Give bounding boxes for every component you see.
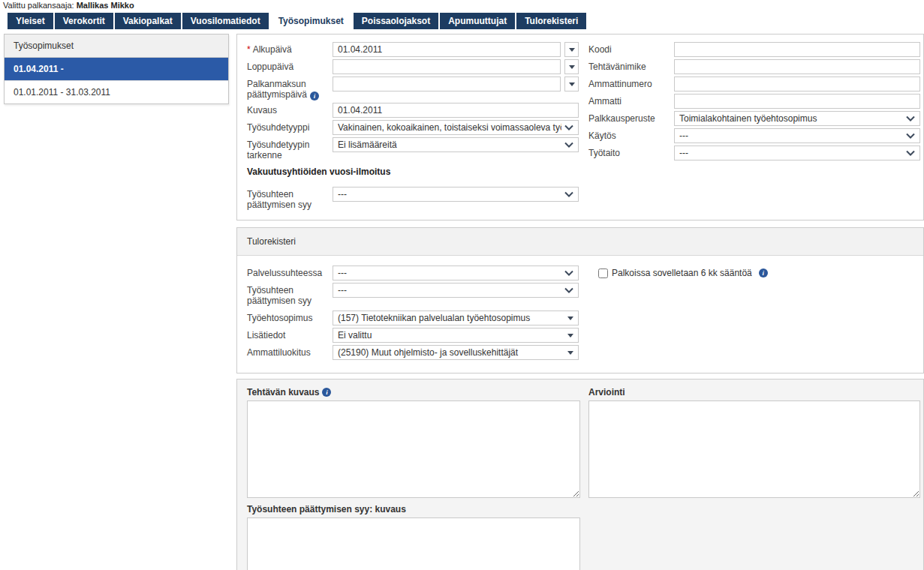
kaytos-label: Käytös (588, 128, 674, 143)
tyosuhteen-paattymisen-syy-label: Työsuhteen päättymisen syy (247, 187, 333, 210)
dropdown-triangle-icon (567, 316, 573, 320)
tyotaito-row: Työtaito --- (588, 146, 920, 160)
six-month-rule-label: Palkoissa sovelletaan 6 kk sääntöä (612, 268, 752, 278)
kuvaus-row: Kuvaus (247, 103, 579, 118)
loppupaiva-label: Loppupäivä (247, 59, 333, 74)
tulorekisteri-panel: Tulorekisteri Palvelussuhteessa --- Työs… (236, 227, 924, 374)
tab-työsopimukset[interactable]: Työsopimukset (270, 13, 352, 29)
required-asterisk: * (247, 44, 251, 55)
dropdown-triangle-icon (567, 334, 573, 338)
tyoehtosopimus-label: Työehtosopimus (247, 310, 333, 326)
tyoehtosopimus-row: Työehtosopimus (157) Tietotekniikan palv… (247, 310, 579, 326)
contract-list-item-01.04.2011-[interactable]: 01.04.2011 - (5, 58, 228, 81)
loppupaiva-calendar-button[interactable] (564, 59, 579, 74)
loppupaiva-row: Loppupäivä (247, 59, 579, 74)
chevron-down-icon (564, 142, 573, 148)
six-month-rule-checkbox[interactable] (598, 268, 608, 278)
ammattiluokitus-combobox[interactable]: (25190) Muut ohjelmisto- ja sovelluskehi… (333, 345, 579, 360)
tehtavanimike-row: Tehtävänimike (588, 59, 920, 74)
ammattiluokitus-label: Ammattiluokitus (247, 345, 333, 360)
koodi-label: Koodi (588, 42, 674, 57)
tyosuhdetyypin-tarkenne-label: Työsuhdetyypin tarkenne (247, 137, 333, 160)
selected-employee-name: Mallikas Mikko (77, 1, 134, 10)
alkupaiva-row: *Alkupäivä (247, 42, 579, 57)
tab-verokortit[interactable]: Verokortit (55, 13, 113, 29)
dropdown-triangle-icon (567, 351, 573, 355)
tyotaito-select[interactable]: --- (674, 146, 920, 160)
info-icon[interactable]: i (310, 92, 319, 100)
selected-employee-prefix: Valittu palkansaaja: (3, 1, 74, 10)
palvelussuhteessa-select[interactable]: --- (333, 266, 579, 280)
tehtavan-kuvaus-label: Tehtävän kuvausi (247, 387, 580, 398)
chevron-down-icon (564, 124, 573, 130)
tyosuhteen-paattymisen-syy-row: Työsuhteen päättymisen syy --- (247, 187, 579, 210)
selected-employee-title: Valittu palkansaaja: Mallikas Mikko (3, 1, 134, 10)
palkkausperuste-row: Palkkausperuste Toimialakohtainen työeht… (588, 111, 920, 126)
chevron-down-icon (906, 150, 915, 156)
alkupaiva-label: *Alkupäivä (247, 42, 333, 57)
tulo-paattymisen-syy-select[interactable]: --- (333, 283, 579, 298)
descriptions-panel: Tehtävän kuvausi Työsuhteen päättymisen … (236, 379, 924, 570)
paattymisen-syy-kuvaus-label: Työsuhteen päättymisen syy: kuvaus (247, 504, 580, 514)
tab-bar: YleisetVerokortitVakiopalkatVuosilomatie… (8, 13, 586, 29)
chevron-down-icon (564, 191, 573, 197)
ammatti-row: Ammatti (588, 94, 920, 109)
contract-list-item-01.01.2011-31.03.2011[interactable]: 01.01.2011 - 31.03.2011 (5, 81, 228, 104)
chevron-down-icon (906, 133, 915, 139)
lisatiedot-row: Lisätiedot Ei valittu (247, 328, 579, 343)
ammattinumero-input[interactable] (674, 76, 920, 92)
paattymisen-syy-kuvaus-textarea[interactable] (247, 518, 580, 570)
tehtavan-kuvaus-textarea[interactable] (247, 400, 580, 498)
tulo-paattymisen-syy-row: Työsuhteen päättymisen syy --- (247, 283, 579, 306)
info-icon[interactable]: i (322, 388, 331, 397)
loppupaiva-input[interactable] (333, 59, 561, 74)
tehtavanimike-input[interactable] (674, 59, 920, 74)
tab-vakiopalkat[interactable]: Vakiopalkat (115, 13, 181, 29)
lisatiedot-label: Lisätiedot (247, 328, 333, 343)
palkkausperuste-select[interactable]: Toimialakohtainen työehtosopimus (674, 111, 920, 126)
koodi-input[interactable] (674, 42, 920, 57)
palkanmaksun-paattymispaiva-label: Palkanmaksun päättymispäiväi (247, 76, 333, 100)
palkanmaksun-paattymispaiva-row: Palkanmaksun päättymispäiväi (247, 76, 579, 100)
contract-right-column: Koodi Tehtävänimike Ammattinumero Ammatt… (588, 42, 920, 163)
tyosuhdetyyppi-select[interactable]: Vakinainen, kokoaikainen, toistaiseksi v… (333, 120, 579, 135)
contract-details-panel: *Alkupäivä Loppupäivä Palkanmaksun päätt… (236, 34, 924, 220)
info-icon[interactable]: i (759, 268, 768, 278)
ammatti-input[interactable] (674, 94, 920, 109)
descriptions-right-column: Arviointi (588, 387, 920, 498)
koodi-row: Koodi (588, 42, 920, 57)
ammattinumero-label: Ammattinumero (588, 76, 674, 92)
tyosuhdetyypin-tarkenne-select[interactable]: Ei lisämääreitä (333, 137, 579, 152)
kaytos-row: Käytös --- (588, 128, 920, 143)
chevron-down-icon (906, 116, 915, 122)
dropdown-triangle-icon (569, 65, 575, 69)
tab-vuosilomatiedot[interactable]: Vuosilomatiedot (182, 13, 269, 29)
tyosuhteen-paattymisen-syy-select[interactable]: --- (333, 187, 579, 202)
tulorekisteri-heading: Tulorekisteri (237, 228, 923, 256)
tyosuhdetyyppi-label: Työsuhdetyyppi (247, 120, 333, 135)
tulo-paattymisen-syy-label: Työsuhteen päättymisen syy (247, 283, 333, 306)
tyosuhdetyyppi-row: Työsuhdetyyppi Vakinainen, kokoaikainen,… (247, 120, 579, 135)
kaytos-select[interactable]: --- (674, 128, 920, 143)
tab-poissaolojaksot[interactable]: Poissaolojaksot (354, 13, 438, 29)
kuvaus-label: Kuvaus (247, 103, 333, 118)
arviointi-label: Arviointi (588, 387, 920, 398)
tab-apumuuttujat[interactable]: Apumuuttujat (440, 13, 515, 29)
palkanmaksun-paattymispaiva-input[interactable] (333, 76, 561, 92)
contract-left-column: *Alkupäivä Loppupäivä Palkanmaksun päätt… (247, 42, 579, 212)
tulorekisteri-body: Palvelussuhteessa --- Työsuhteen päättym… (247, 266, 924, 362)
arviointi-textarea[interactable] (588, 400, 920, 498)
sidebar-title: Työsopimukset (5, 34, 228, 58)
alkupaiva-input[interactable] (333, 42, 561, 57)
alkupaiva-calendar-button[interactable] (564, 42, 579, 57)
tyoehtosopimus-combobox[interactable]: (157) Tietotekniikan palvelualan työehto… (333, 310, 579, 326)
kuvaus-input[interactable] (333, 103, 579, 118)
lisatiedot-combobox[interactable]: Ei valittu (333, 328, 579, 343)
six-month-rule-row: Palkoissa sovelletaan 6 kk sääntöä i (598, 268, 768, 278)
contracts-sidebar: Työsopimukset 01.04.2011 -01.01.2011 - 3… (4, 34, 229, 104)
tab-tulorekisteri[interactable]: Tulorekisteri (516, 13, 586, 29)
tyotaito-label: Työtaito (588, 146, 674, 160)
tab-yleiset[interactable]: Yleiset (8, 13, 53, 29)
palkanmaksun-paattymispaiva-calendar-button[interactable] (564, 76, 579, 92)
dropdown-triangle-icon (569, 48, 575, 52)
